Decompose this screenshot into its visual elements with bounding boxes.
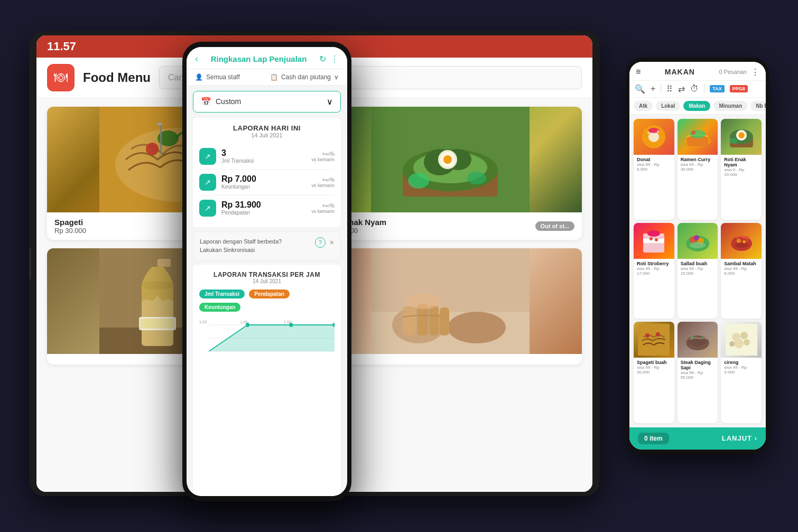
cat-nb-polos[interactable]: Nb Polos bbox=[750, 101, 766, 111]
stat-change-sub-keuntungan: vs kemarin bbox=[311, 183, 335, 188]
grid-toolbar-icon[interactable]: ⠿ bbox=[666, 84, 673, 94]
hamburger-icon[interactable]: ≡ bbox=[636, 67, 641, 77]
stat-change-transaksi: +∞% vs kemarin bbox=[311, 151, 335, 162]
right-food-card-donat[interactable]: Donat sisa 99 - Rp 8.000 bbox=[634, 119, 674, 220]
svg-point-15 bbox=[443, 155, 452, 164]
svg-point-21 bbox=[142, 281, 173, 290]
right-food-info-steak: Steak Daging Sapi sisa 99 - Rp 55.000 bbox=[678, 358, 718, 382]
right-food-name-spageti-buah: Spageti buah bbox=[637, 360, 671, 365]
svg-point-54 bbox=[738, 132, 745, 138]
cash-icon: 📋 bbox=[270, 73, 278, 81]
stat-value-transaksi: 3 bbox=[221, 148, 306, 158]
right-food-name-roti-enak: Roti Enak Nyam bbox=[724, 157, 758, 167]
right-toolbar: 🔍 + ⠿ ⇄ ⏱ TAX PPG8 bbox=[629, 81, 766, 98]
sync-icons: ? × bbox=[315, 237, 334, 248]
swap-toolbar-icon[interactable]: ⇄ bbox=[678, 84, 685, 94]
right-food-card-cireng[interactable]: cireng sisa 99 - Rp 9.000 bbox=[721, 322, 762, 423]
timer-toolbar-icon[interactable]: ⏱ bbox=[690, 84, 699, 94]
stat-label-keuntungan: Keuntungan bbox=[221, 184, 306, 190]
sync-close-icon[interactable]: × bbox=[330, 238, 334, 247]
right-phone-header: ≡ MAKAN 0 Pesanan ⋮ bbox=[629, 62, 766, 81]
right-food-price-steak: sisa 99 - Rp 55.000 bbox=[681, 370, 715, 380]
stat-content-pendapatan: Rp 31.900 Pendapatan bbox=[221, 200, 306, 216]
stat-row-keuntungan: ↗ Rp 7.000 Keuntungan +∞% vs kemarin bbox=[199, 170, 335, 195]
right-food-info-ramen: Ramen Curry sisa 99 - Rp 39.000 bbox=[678, 155, 718, 174]
svg-point-60 bbox=[649, 237, 653, 240]
cat-makan[interactable]: Makan bbox=[683, 101, 710, 111]
report-title: LAPORAN HARI INI bbox=[199, 124, 335, 132]
right-food-card-spageti-buah[interactable]: Spageti buah sisa 99 - Rp 30.000 bbox=[634, 322, 674, 423]
staff-label: Semua staff bbox=[206, 73, 240, 81]
svg-point-72 bbox=[645, 333, 649, 338]
right-food-card-stroberry[interactable]: Roti Stroberry sisa 99 - Rp 17.000 bbox=[634, 223, 674, 319]
stat-content-transaksi: 3 Jml Transaksi bbox=[221, 148, 306, 164]
category-tabs: Atk Lokal Makan Minuman Nb Polos Sepatu … bbox=[629, 98, 766, 115]
right-food-price-roti-enak: sisa 0 - Rp 20.000 bbox=[724, 167, 758, 177]
food-card-roti[interactable]: Roti Enak Nyam Rp 20.000 Out of st... bbox=[319, 107, 582, 240]
search-toolbar-icon[interactable]: 🔍 bbox=[635, 84, 645, 94]
right-food-img-ramen bbox=[678, 119, 718, 155]
cat-atk[interactable]: Atk bbox=[634, 101, 653, 111]
food-price-spageti: Rp 30.000 bbox=[54, 227, 86, 235]
cat-minuman[interactable]: Minuman bbox=[713, 101, 747, 111]
right-food-price-stroberry: sisa 99 - Rp 17.000 bbox=[637, 266, 671, 276]
stat-label-pendapatan: Pendapatan bbox=[221, 210, 306, 216]
app-logo: 🍽 bbox=[47, 64, 75, 91]
cash-filter[interactable]: 📋 Cash dan piutang ∨ bbox=[270, 73, 339, 81]
svg-rect-20 bbox=[157, 259, 171, 267]
right-food-img-donat bbox=[634, 119, 674, 155]
lanjut-button[interactable]: LANJUT › bbox=[722, 434, 757, 442]
right-food-card-ramen[interactable]: Ramen Curry sisa 99 - Rp 39.000 bbox=[678, 119, 718, 220]
up-arrow-icon: ↗ bbox=[205, 152, 211, 161]
toolbar-divider-2 bbox=[704, 84, 704, 94]
staff-filter[interactable]: 👤 Semua staff bbox=[195, 73, 240, 81]
cat-lokal[interactable]: Lokal bbox=[656, 101, 680, 111]
stat-icon-keuntungan: ↗ bbox=[199, 174, 216, 191]
right-food-price-donat: sisa 99 - Rp 8.000 bbox=[637, 162, 671, 172]
date-dropdown[interactable]: 📅 Custom ∨ bbox=[193, 91, 341, 113]
svg-point-79 bbox=[740, 332, 748, 339]
add-toolbar-icon[interactable]: + bbox=[651, 84, 655, 94]
svg-point-68 bbox=[737, 239, 741, 243]
phone-center-title: Ringkasan Lap Penjualan bbox=[203, 54, 314, 63]
right-title: MAKAN bbox=[665, 68, 695, 76]
right-food-card-sambal[interactable]: Sambal Matah sisa 99 - Rp 6.000 bbox=[721, 223, 762, 319]
legend-transaksi[interactable]: Jml Transaksi bbox=[199, 290, 245, 298]
svg-point-76 bbox=[702, 337, 704, 339]
food-card-hands[interactable] bbox=[319, 248, 582, 365]
phone-right: ≡ MAKAN 0 Pesanan ⋮ 🔍 + ⠿ ⇄ ⏱ TAX PPG8 bbox=[626, 58, 769, 454]
svg-rect-30 bbox=[429, 305, 439, 335]
right-food-card-salad[interactable]: Sallad buah sisa 99 - Rp 15.000 bbox=[678, 223, 718, 319]
right-food-info-sambal: Sambal Matah sisa 99 - Rp 6.000 bbox=[721, 259, 762, 278]
more-button[interactable]: ⋮ bbox=[330, 54, 339, 64]
phone-center-screen: ‹ Ringkasan Lap Penjualan ↻ ⋮ 👤 Semua st… bbox=[187, 47, 347, 496]
tax-badge[interactable]: TAX bbox=[710, 85, 724, 92]
right-food-card-roti-enak[interactable]: Roti Enak Nyam sisa 0 - Rp 20.000 bbox=[721, 119, 762, 220]
food-badge-roti: Out of st... bbox=[535, 221, 574, 231]
ppg-badge[interactable]: PPG8 bbox=[730, 85, 748, 92]
stat-row-transaksi: ↗ 3 Jml Transaksi +∞% vs kemarin bbox=[199, 144, 335, 170]
svg-point-61 bbox=[655, 238, 658, 241]
legend-pendapatan[interactable]: Pendapatan bbox=[249, 290, 290, 298]
phone-right-screen: ≡ MAKAN 0 Pesanan ⋮ 🔍 + ⠿ ⇄ ⏱ TAX PPG8 bbox=[629, 62, 766, 450]
refresh-button[interactable]: ↻ bbox=[319, 54, 326, 64]
back-button[interactable]: ‹ bbox=[195, 53, 198, 64]
order-count: 0 Pesanan bbox=[719, 69, 747, 75]
right-bottom-bar: 0 item LANJUT › bbox=[629, 427, 766, 450]
right-food-price-ramen: sisa 99 - Rp 39.000 bbox=[681, 162, 715, 172]
right-food-price-cireng: sisa 99 - Rp 9.000 bbox=[724, 365, 758, 375]
date-chevron: ∨ bbox=[327, 97, 333, 107]
help-icon[interactable]: ? bbox=[315, 237, 326, 248]
right-more-icon[interactable]: ⋮ bbox=[751, 67, 759, 77]
stat-change-val-keuntungan: +∞% bbox=[311, 176, 335, 183]
right-food-card-steak[interactable]: Steak Daging Sapi sisa 99 - Rp 55.000 bbox=[678, 322, 718, 423]
legend-keuntungan[interactable]: Keuntungan bbox=[199, 303, 240, 312]
right-food-img-steak bbox=[678, 322, 718, 358]
cash-chevron: ∨ bbox=[334, 73, 339, 81]
right-food-info-donat: Donat sisa 99 - Rp 8.000 bbox=[634, 155, 674, 174]
date-dropdown-left: 📅 Custom bbox=[201, 97, 241, 107]
stat-icon-pendapatan: ↗ bbox=[199, 200, 216, 217]
toolbar-divider-1 bbox=[661, 84, 661, 94]
svg-point-80 bbox=[734, 339, 744, 348]
right-food-name-cireng: cireng bbox=[724, 360, 758, 365]
